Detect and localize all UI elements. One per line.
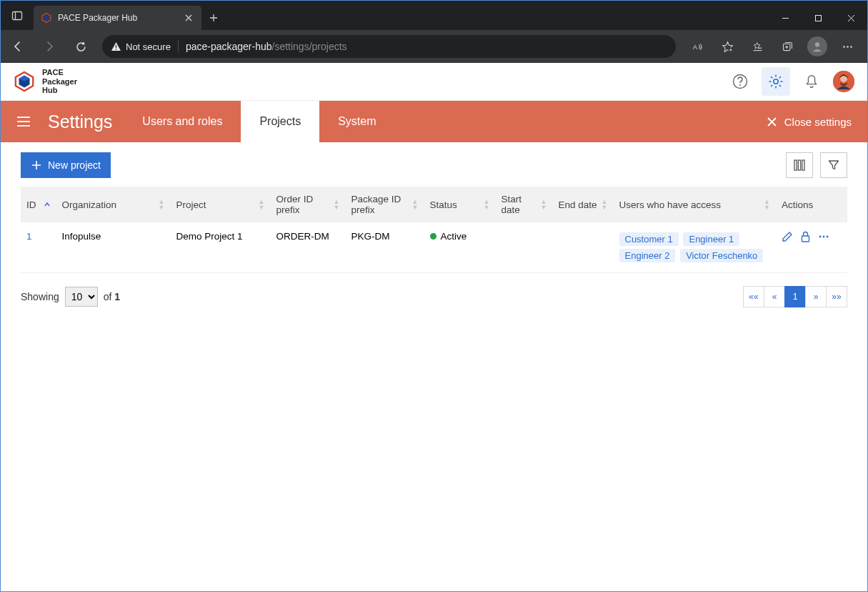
notifications-icon[interactable] — [797, 67, 826, 96]
hamburger-icon[interactable] — [11, 101, 36, 142]
user-tag[interactable]: Engineer 1 — [683, 232, 739, 246]
browser-tab[interactable]: PACE Packager Hub — [34, 6, 201, 30]
table-row[interactable]: 1 Infopulse Demo Project 1 ORDER-DM PKG-… — [21, 222, 847, 273]
favicon-icon — [41, 12, 52, 24]
page-current[interactable]: 1 — [784, 286, 806, 307]
svg-line-29 — [771, 85, 772, 87]
svg-line-27 — [771, 77, 772, 78]
url-field[interactable]: Not secure pace-packager-hub/settings/pr… — [102, 35, 676, 58]
col-id[interactable]: ID — [21, 187, 56, 222]
user-tag[interactable]: Engineer 2 — [619, 249, 676, 262]
svg-marker-3 — [44, 15, 49, 21]
col-order-prefix[interactable]: Order ID prefix▲▼ — [271, 187, 346, 222]
minimize-button[interactable] — [769, 6, 802, 30]
sort-icon: ▲▼ — [602, 199, 608, 210]
favorite-icon[interactable] — [713, 32, 742, 61]
menu-icon[interactable] — [833, 32, 862, 61]
edit-icon[interactable] — [782, 231, 793, 242]
table-header-row: ID Organization▲▼ Project▲▼ Order ID pre… — [21, 187, 847, 222]
titlebar: PACE Packager Hub — [1, 1, 867, 30]
more-icon[interactable] — [818, 231, 829, 242]
svg-rect-39 — [802, 236, 809, 242]
svg-point-21 — [739, 84, 741, 86]
url-text: pace-packager-hub/settings/projects — [186, 41, 347, 52]
user-tag[interactable]: Customer 1 — [619, 232, 679, 246]
col-package-prefix[interactable]: Package ID prefix▲▼ — [346, 187, 424, 222]
col-users[interactable]: Users who have access▲▼ — [614, 187, 777, 222]
svg-point-14 — [843, 46, 845, 48]
col-actions: Actions — [776, 187, 847, 222]
col-start-date[interactable]: Start date▲▼ — [496, 187, 553, 222]
settings-gear-icon[interactable] — [762, 67, 790, 96]
collections-icon[interactable] — [773, 32, 802, 61]
refresh-button[interactable] — [66, 32, 95, 61]
tab-system[interactable]: System — [319, 101, 394, 142]
back-button[interactable] — [4, 32, 32, 61]
svg-point-22 — [774, 79, 778, 84]
close-settings-button[interactable]: Close settings — [751, 101, 867, 142]
svg-rect-7 — [116, 49, 116, 49]
col-project[interactable]: Project▲▼ — [171, 187, 271, 222]
svg-rect-36 — [794, 160, 797, 170]
app-logo[interactable]: PACEPackagerHub — [14, 68, 77, 95]
url-divider — [178, 40, 179, 53]
svg-rect-0 — [13, 11, 22, 19]
filter-button[interactable] — [820, 152, 847, 178]
security-label: Not secure — [126, 41, 171, 52]
plus-icon — [31, 159, 42, 171]
cell-project: Demo Project 1 — [171, 222, 271, 273]
page-last[interactable]: »» — [826, 286, 847, 307]
svg-point-42 — [827, 236, 829, 238]
col-organization[interactable]: Organization▲▼ — [56, 187, 171, 222]
col-end-date[interactable]: End date▲▼ — [553, 187, 614, 222]
columns-button[interactable] — [786, 152, 813, 178]
cell-actions — [776, 222, 847, 273]
close-settings-label: Close settings — [784, 116, 852, 128]
tab-close-icon[interactable] — [183, 12, 194, 24]
user-tag[interactable]: Victor Feschenko — [680, 249, 763, 262]
sort-icon: ▲▼ — [159, 199, 165, 210]
new-tab-button[interactable] — [203, 7, 224, 29]
address-bar: Not secure pace-packager-hub/settings/pr… — [1, 30, 867, 63]
forward-button — [35, 32, 64, 61]
help-icon[interactable] — [726, 67, 754, 96]
status-dot-icon — [430, 233, 437, 240]
page-size-select[interactable]: 10 — [65, 287, 98, 307]
page-first[interactable]: «« — [743, 286, 764, 307]
tab-projects[interactable]: Projects — [241, 101, 319, 142]
user-avatar[interactable] — [833, 71, 854, 92]
tab-actions-icon[interactable] — [1, 1, 34, 30]
browser-chrome: PACE Packager Hub Not secure pace-packag… — [1, 1, 867, 63]
pagination: «« « 1 » »» — [744, 286, 847, 307]
toolbar: New project — [11, 152, 857, 187]
profile-icon[interactable] — [803, 32, 832, 61]
sort-icon: ▲▼ — [541, 199, 547, 210]
svg-rect-37 — [798, 160, 800, 170]
svg-rect-38 — [802, 160, 804, 170]
maximize-button[interactable] — [802, 6, 834, 30]
cell-end-date — [553, 222, 614, 273]
cell-package-prefix: PKG-DM — [346, 222, 424, 273]
cell-status: Active — [424, 222, 496, 273]
page-prev[interactable]: « — [764, 286, 785, 307]
new-project-button[interactable]: New project — [21, 152, 111, 178]
cell-id[interactable]: 1 — [21, 222, 56, 273]
svg-text:A: A — [692, 43, 697, 50]
svg-point-15 — [847, 46, 849, 48]
page-next[interactable]: » — [805, 286, 827, 307]
settings-bar: Settings Users and roles Projects System… — [1, 101, 867, 142]
tab-users-and-roles[interactable]: Users and roles — [124, 101, 241, 142]
svg-line-28 — [779, 85, 781, 87]
projects-table: ID Organization▲▼ Project▲▼ Order ID pre… — [21, 187, 847, 273]
lock-icon[interactable] — [800, 231, 811, 242]
svg-line-30 — [779, 77, 781, 78]
svg-point-41 — [823, 236, 825, 238]
sort-icon: ▲▼ — [334, 199, 340, 210]
svg-point-40 — [819, 236, 822, 238]
read-aloud-icon[interactable]: A — [683, 32, 712, 61]
favorites-bar-icon[interactable] — [743, 32, 772, 61]
cell-start-date — [496, 222, 553, 273]
col-status[interactable]: Status▲▼ — [424, 187, 496, 222]
cell-organization: Infopulse — [56, 222, 171, 273]
close-window-button[interactable] — [834, 6, 867, 30]
